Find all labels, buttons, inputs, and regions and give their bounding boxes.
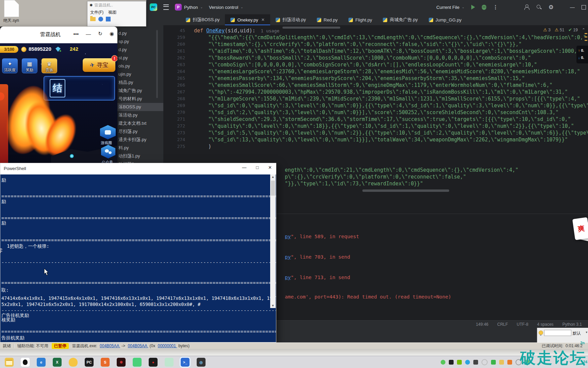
window-maximize-button[interactable] — [582, 5, 586, 10]
profile-dropdown[interactable]: 默认 — [573, 331, 581, 336]
address-link[interactable]: 00000001 — [158, 343, 177, 348]
desktop-file-label: 绝天.syn — [0, 18, 22, 24]
traceback-file-link[interactable]: py — [285, 275, 291, 280]
project-scrollbar[interactable] — [156, 30, 158, 98]
gem-plus-icon[interactable]: + — [59, 49, 61, 53]
menu-view[interactable]: 视图 — [108, 10, 116, 15]
editor-tab[interactable]: Onekey.py✕ — [225, 14, 270, 25]
taskbar-icon-wechat-dev[interactable] — [133, 358, 142, 367]
statusbar-item[interactable]: Python 3.1 — [562, 322, 582, 327]
game-button-1[interactable]: ✦活跃度 — [2, 58, 18, 73]
tray-green-icon[interactable] — [441, 360, 445, 365]
close-button[interactable]: ✕ — [268, 165, 272, 170]
upload-arrow-icon: ↑ — [578, 47, 580, 54]
game-circle-button[interactable] — [100, 125, 116, 139]
code-with-me-icon[interactable] — [524, 4, 529, 10]
address-link[interactable]: 004B05AA — [100, 343, 120, 348]
open-folder-icon[interactable] — [90, 17, 96, 21]
tray-clover-icon[interactable] — [491, 360, 496, 365]
taskbar-icon-explorer[interactable] — [5, 358, 14, 367]
statusbar-item[interactable]: 4 spaces — [537, 322, 554, 327]
main-menu-icon[interactable] — [163, 4, 169, 10]
code-line: 265"\"enemiesPasserby\":134,\"enemiesPas… — [163, 75, 588, 82]
code-line: 273"\"sd_id\":5,\"quality\":0,\"level\":… — [163, 129, 588, 136]
tray-telegram-icon[interactable] — [465, 360, 470, 365]
taskbar-icon-edge[interactable]: e — [37, 358, 46, 367]
taskbar-icon-sublime[interactable]: S — [101, 358, 110, 367]
editor-tab[interactable]: Flight.py — [343, 14, 377, 25]
minimize-icon[interactable]: — — [86, 31, 91, 37]
banner-character: 结 — [53, 82, 62, 95]
close-tab-icon[interactable]: ✕ — [261, 17, 265, 22]
statusbar-item[interactable]: UTF-8 — [517, 322, 528, 327]
powershell-titlebar: PowerShell — □ ✕ — [0, 163, 276, 175]
more-menu-icon[interactable]: ••• — [74, 31, 79, 37]
traceback-file-link[interactable]: py — [285, 254, 291, 260]
tray-qq-icon[interactable] — [473, 360, 478, 365]
minimize-button[interactable]: — — [242, 165, 246, 170]
tray-black-icon[interactable] — [449, 360, 454, 365]
folder-glyph-icon — [6, 360, 12, 365]
taskbar-icon-color-wheel[interactable]: ◎ — [197, 358, 206, 367]
statusbar-item[interactable]: CRLF — [497, 322, 508, 327]
taskbar-icon-black-red[interactable]: ● — [149, 358, 158, 367]
menu-file[interactable]: 文件(F) — [90, 10, 103, 15]
scroll-up-icon[interactable]: ▲ — [270, 175, 276, 179]
editor-tab[interactable]: 商城免广告.py — [377, 14, 423, 25]
forum-watermark: 破走论坛 — [520, 348, 587, 368]
run-configuration-selector[interactable]: Current File ⌄ — [436, 5, 464, 10]
refresh-icon[interactable] — [98, 17, 103, 21]
scroll-down-icon[interactable]: ▼ — [270, 304, 276, 307]
taskbar-icon-qq[interactable] — [21, 358, 30, 367]
game-circle-label: 游戏圈 — [101, 140, 112, 145]
powershell-scrollbar[interactable]: ▲ ▼ — [270, 174, 276, 308]
address-link[interactable]: 004B05AA — [128, 343, 148, 348]
taskbar-icon-spider[interactable]: ✱ — [117, 358, 126, 367]
scrollbar-thumb[interactable] — [271, 181, 275, 196]
code-text: "\"sd_id\":2,\"quality\":3,\"level\":0,\… — [194, 109, 559, 116]
code-line: 260"\"timestamp\":{},\"crcVerify\":0,\"p… — [163, 41, 588, 48]
button-glyph-icon: ▦ — [27, 61, 32, 67]
project-name: Python — [184, 5, 198, 10]
statusbar-item[interactable]: 149:46 — [476, 322, 489, 327]
desktop-file-icon[interactable] — [4, 0, 19, 17]
tray-ring-icon[interactable] — [481, 359, 488, 365]
window-minimize-button[interactable]: — — [570, 4, 575, 10]
powershell-output[interactable]: 励=======================================… — [0, 174, 276, 342]
lower-horizontal-scrollbar[interactable] — [362, 189, 449, 192]
taskbar-icon-mint-app[interactable] — [165, 358, 174, 367]
code-text: "\"comboSign\":[0,0,0,0,0,0],\"comboSign… — [194, 61, 537, 68]
editor-tab[interactable]: 扫荡BOSS.py — [180, 14, 225, 25]
refresh-icon[interactable]: ↻ — [98, 31, 102, 37]
taskbar-icon-excel[interactable]: X — [53, 358, 62, 367]
tray-mail-icon[interactable] — [499, 360, 504, 365]
maximize-button[interactable]: □ — [256, 165, 259, 170]
game-button-2[interactable]: ▦奖励 — [22, 58, 37, 73]
taskbar-icon-pycharm[interactable]: PC — [85, 358, 94, 367]
settings-gear-icon[interactable]: ⚙ — [549, 4, 554, 11]
more-actions-icon[interactable]: ⋮ — [493, 4, 498, 10]
traceback-file-link[interactable]: py — [285, 234, 291, 239]
taskbar-icon-lamp[interactable] — [69, 358, 78, 367]
tray-flame-icon[interactable] — [507, 360, 512, 365]
taskbar-app-icons: eXPCS✱●>_◎ — [5, 356, 206, 368]
editor-tab[interactable]: Jump_GG.py — [423, 14, 467, 25]
button-label: 奖励 — [26, 67, 33, 73]
grid-icon[interactable] — [106, 17, 111, 21]
vcs-widget[interactable]: Version control ⌄ — [209, 5, 243, 10]
game-viewport[interactable]: 3/100 85895220 + 242 ✦活跃度▦奖励♛贵族 ✈ 寻宝 ! 结 — [0, 43, 117, 164]
treasure-hunt-button[interactable]: ✈ 寻宝 ! — [83, 58, 115, 72]
target-icon[interactable]: ◉ — [110, 31, 114, 37]
tray-nvidia-icon[interactable] — [457, 360, 462, 365]
editor-tab[interactable]: 扫荡活动.py — [270, 14, 311, 25]
editor-tab[interactable]: Red.py — [311, 14, 343, 25]
run-button[interactable] — [471, 5, 475, 10]
project-selector[interactable]: P Python ⌄ — [175, 4, 203, 11]
debug-button[interactable] — [482, 5, 486, 10]
line-number: 272 — [163, 123, 194, 129]
code-text: "\"aidTime\":0,\"ashTime\":6,\"totalDash… — [194, 48, 580, 55]
game-button-3[interactable]: ♛贵族 — [42, 58, 57, 73]
taskbar-icon-powershell[interactable]: >_ — [181, 358, 190, 367]
filter-input[interactable] — [544, 330, 571, 336]
search-everywhere-icon[interactable] — [536, 4, 542, 10]
